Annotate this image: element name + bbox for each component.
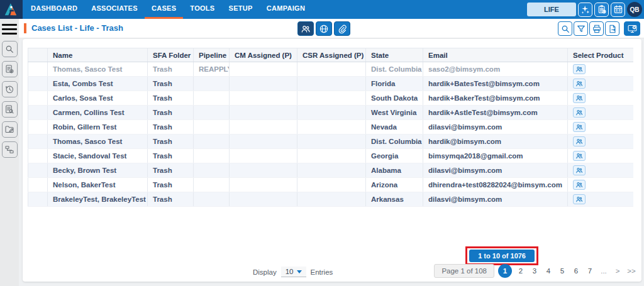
cell-cm-assigned bbox=[230, 77, 297, 91]
page-button-4[interactable]: 4 bbox=[543, 266, 553, 276]
cell-name[interactable]: Stacie, Sandoval Test bbox=[48, 149, 148, 163]
cell-csr-assigned bbox=[297, 62, 366, 77]
table-row[interactable]: Carlos, Sosa Test Trash South Dakota har… bbox=[28, 91, 633, 106]
select-product-button[interactable] bbox=[573, 93, 586, 103]
page-button-3[interactable]: 3 bbox=[530, 266, 540, 276]
select-product-button[interactable] bbox=[573, 107, 586, 118]
cell-email: dilasvi@bimsym.com bbox=[423, 192, 568, 207]
nav-right-cluster: LIFE QB bbox=[527, 2, 642, 17]
export-button[interactable] bbox=[605, 21, 619, 36]
print-icon bbox=[592, 24, 602, 34]
col-header-email[interactable]: Email bbox=[423, 48, 568, 62]
search-icon bbox=[560, 24, 570, 34]
hamburger-menu-icon[interactable] bbox=[2, 24, 17, 35]
cell-name[interactable]: Thomas, Sasco Test bbox=[48, 62, 148, 77]
table-row[interactable]: Carmen, Collins Test Trash West Virginia… bbox=[28, 106, 633, 120]
cell-pipeline bbox=[194, 106, 230, 120]
header-right-toolbar bbox=[558, 21, 640, 36]
table-row[interactable]: Thomas, Sasco Test Trash Dist. Columbia … bbox=[28, 135, 633, 149]
sparkles-button[interactable] bbox=[578, 3, 592, 17]
filter-button[interactable] bbox=[574, 21, 588, 36]
cell-csr-assigned bbox=[297, 178, 366, 192]
col-header-cm-assigned[interactable]: CM Assigned (P) bbox=[230, 48, 297, 62]
settings-monitor-button[interactable] bbox=[624, 21, 640, 36]
cell-name[interactable]: Carmen, Collins Test bbox=[48, 106, 148, 120]
col-header-name[interactable]: Name bbox=[48, 48, 148, 62]
table-row[interactable]: Thomas, Sasco Test Trash REAPPLY Dist. C… bbox=[28, 62, 633, 77]
table-row[interactable]: Stacie, Sandoval Test Trash Georgia bims… bbox=[28, 149, 633, 163]
sidebar-folder-edit-button[interactable] bbox=[2, 121, 18, 138]
cell-name[interactable]: BrakeleyTest, BrakeleyTest bbox=[48, 192, 148, 207]
cell-name[interactable]: Thomas, Sasco Test bbox=[48, 135, 148, 149]
search-button[interactable] bbox=[558, 21, 572, 36]
entries-per-page-select[interactable]: 10 bbox=[281, 267, 306, 277]
nav-item-setup[interactable]: SETUP bbox=[222, 0, 260, 19]
table-header-row: Name SFA Folder Pipeline CM Assigned (P)… bbox=[28, 48, 633, 62]
people-icon bbox=[575, 195, 583, 203]
select-product-button[interactable] bbox=[573, 64, 586, 74]
clipboard-add-button[interactable] bbox=[594, 3, 609, 17]
print-button[interactable] bbox=[589, 21, 604, 36]
table-row[interactable]: Becky, Brown Test Trash Alabama dilasvi@… bbox=[28, 163, 633, 178]
attachment-button[interactable] bbox=[334, 21, 350, 36]
document-search-icon bbox=[4, 104, 14, 114]
select-product-button[interactable] bbox=[573, 194, 586, 204]
page-ellipsis: ... bbox=[599, 266, 609, 276]
table-row[interactable]: Esta, Combs Test Trash Florida hardik+Ba… bbox=[28, 77, 633, 91]
page-button-7[interactable]: 7 bbox=[585, 266, 595, 276]
select-product-button[interactable] bbox=[573, 122, 586, 132]
nav-item-cases[interactable]: CASES bbox=[145, 0, 183, 19]
col-header-pipeline[interactable]: Pipeline bbox=[194, 48, 230, 62]
life-mode-button[interactable]: LIFE bbox=[527, 3, 576, 16]
associates-toggle-button[interactable] bbox=[297, 21, 314, 36]
select-product-button[interactable] bbox=[573, 165, 586, 175]
cell-csr-assigned bbox=[297, 135, 366, 149]
clipboard-add-icon bbox=[597, 4, 607, 14]
sidebar-search-button[interactable] bbox=[2, 41, 18, 57]
select-product-button[interactable] bbox=[573, 180, 586, 190]
sidebar-document-search-button[interactable] bbox=[2, 101, 18, 118]
table-row[interactable]: Robin, Gillern Test Trash Nevada dilasvi… bbox=[28, 120, 633, 135]
app-logo[interactable] bbox=[0, 0, 23, 19]
table-row[interactable]: BrakeleyTest, BrakeleyTest Trash Arkansa… bbox=[28, 192, 633, 207]
cell-csr-assigned bbox=[297, 120, 366, 135]
sidebar-history-button[interactable] bbox=[2, 81, 18, 97]
col-header-state[interactable]: State bbox=[366, 48, 423, 62]
select-product-button[interactable] bbox=[573, 151, 586, 161]
next-page-button[interactable]: > bbox=[613, 266, 623, 276]
col-header-sfa-folder[interactable]: SFA Folder bbox=[148, 48, 194, 62]
qb-user-badge[interactable]: QB bbox=[627, 2, 642, 17]
page-title: Cases List - Life - Trash bbox=[24, 23, 123, 33]
sidebar-new-document-button[interactable] bbox=[2, 61, 18, 77]
last-page-button[interactable]: >> bbox=[626, 266, 636, 276]
cell-name[interactable]: Becky, Brown Test bbox=[48, 163, 148, 178]
nav-item-dashboard[interactable]: DASHBOARD bbox=[24, 0, 84, 19]
select-product-button[interactable] bbox=[573, 136, 586, 146]
page-button-6[interactable]: 6 bbox=[571, 266, 581, 276]
nav-item-tools[interactable]: TOOLS bbox=[183, 0, 221, 19]
table-row[interactable]: Nelson, BakerTest Trash Arizona dhirendr… bbox=[28, 178, 633, 192]
col-header-csr-assigned[interactable]: CSR Assigned (P) bbox=[297, 48, 366, 62]
calendar-button[interactable] bbox=[611, 3, 625, 17]
attachment-icon bbox=[337, 24, 347, 34]
people-icon bbox=[575, 80, 583, 87]
nav-item-associates[interactable]: ASSOCIATES bbox=[84, 0, 145, 19]
cell-name[interactable]: Robin, Gillern Test bbox=[48, 120, 148, 135]
cell-name[interactable]: Esta, Combs Test bbox=[48, 77, 148, 91]
cell-email: dilasvi@bimsym.com bbox=[423, 120, 568, 135]
sidebar-sitemap-button[interactable] bbox=[2, 141, 18, 158]
cell-sfa-folder: Trash bbox=[148, 120, 194, 135]
cell-name[interactable]: Carlos, Sosa Test bbox=[48, 91, 148, 106]
record-count-badge[interactable]: 1 to 10 of 1076 bbox=[469, 250, 535, 262]
sitemap-icon bbox=[4, 145, 14, 155]
page-button-2[interactable]: 2 bbox=[516, 266, 526, 276]
page-button-1[interactable]: 1 bbox=[498, 264, 512, 278]
page-button-5[interactable]: 5 bbox=[557, 266, 567, 276]
select-product-button[interactable] bbox=[573, 79, 586, 89]
new-document-icon bbox=[4, 64, 14, 74]
cell-state: Alabama bbox=[366, 163, 423, 178]
web-button[interactable] bbox=[316, 21, 332, 36]
cell-name[interactable]: Nelson, BakerTest bbox=[48, 178, 148, 192]
nav-item-campaign[interactable]: CAMPAIGN bbox=[260, 0, 312, 19]
cell-csr-assigned bbox=[297, 149, 366, 163]
